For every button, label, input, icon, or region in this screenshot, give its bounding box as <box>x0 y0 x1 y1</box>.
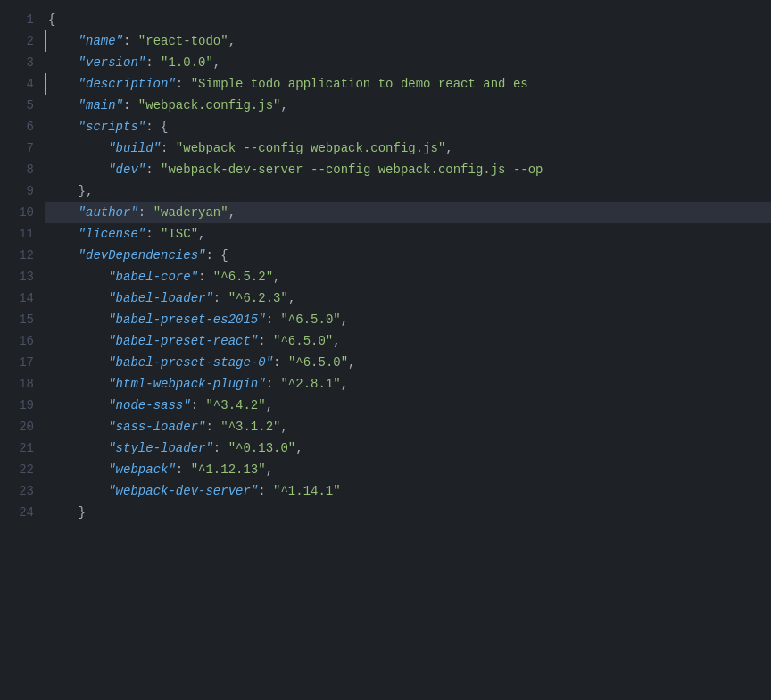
token-punct: , <box>341 312 348 327</box>
token-string: "^6.5.2" <box>213 270 273 284</box>
line-number: 3 <box>11 52 34 73</box>
token-punct: : <box>191 398 206 412</box>
code-line: "style-loader": "^0.13.0", <box>45 438 771 459</box>
code-line: "version": "1.0.0", <box>45 52 771 73</box>
token-brace: { <box>48 12 55 27</box>
token-punct: : <box>198 270 213 284</box>
code-line: { <box>45 9 771 30</box>
code-line: "babel-preset-stage-0": "^6.5.0", <box>45 352 771 373</box>
token-string: "^3.1.2" <box>220 420 280 434</box>
token-punct: : <box>258 334 273 348</box>
code-lines[interactable]: { "name": "react-todo", "version": "1.0.… <box>45 9 771 682</box>
token-key: "name" <box>79 34 123 48</box>
title-bar <box>0 0 771 9</box>
token-punct: , <box>273 270 280 284</box>
token-punct: : <box>145 227 161 241</box>
token-punct: : <box>123 98 138 112</box>
token-punct: : <box>213 291 228 305</box>
token-punct: : <box>145 55 161 70</box>
token-punct: : <box>176 77 191 91</box>
token-key: "style-loader" <box>108 441 213 455</box>
line-number: 19 <box>11 395 34 416</box>
token-string: "webpack --config webpack.config.js" <box>176 141 445 155</box>
token-key: "devDependencies" <box>79 248 206 262</box>
token-punct: , <box>266 462 273 477</box>
token-punct: , <box>348 355 355 370</box>
token-string: "1.0.0" <box>161 55 213 70</box>
token-string: "webpack-dev-server --config webpack.con… <box>161 162 543 177</box>
token-string: "^6.5.0" <box>273 334 333 348</box>
token-key: "babel-preset-react" <box>108 334 258 348</box>
token-punct: , <box>341 377 348 391</box>
token-string: "^1.14.1" <box>273 484 341 498</box>
code-area: 123456789101112131415161718192021222324 … <box>0 9 771 682</box>
code-line: "babel-preset-react": "^6.5.0", <box>45 330 771 352</box>
editor-container: 123456789101112131415161718192021222324 … <box>0 9 771 682</box>
token-key: "dev" <box>108 162 145 177</box>
line-number: 24 <box>11 502 34 523</box>
token-string: "^6.5.0" <box>288 355 348 370</box>
code-line: "node-sass": "^3.4.2", <box>45 395 771 416</box>
modified-indicator <box>45 73 46 95</box>
token-string: "Simple todo application to demo react a… <box>191 77 528 91</box>
code-line: "babel-core": "^6.5.2", <box>45 266 771 288</box>
token-key: "main" <box>79 98 123 112</box>
token-punct: , <box>198 227 205 241</box>
line-number: 18 <box>11 373 34 395</box>
code-line: "sass-loader": "^3.1.2", <box>45 416 771 438</box>
token-punct: , <box>266 398 273 412</box>
token-punct: : <box>205 420 220 434</box>
token-key: "webpack-dev-server" <box>108 484 258 498</box>
token-punct: : <box>273 355 288 370</box>
token-string: "^2.8.1" <box>280 377 340 391</box>
token-key: "webpack" <box>108 462 176 477</box>
token-key: "html-webpack-plugin" <box>108 377 265 391</box>
token-punct: , <box>295 441 303 455</box>
token-punct: , <box>228 34 236 48</box>
line-number: 6 <box>11 116 34 138</box>
line-number: 14 <box>11 288 34 309</box>
token-key: "node-sass" <box>108 398 190 412</box>
code-line: "author": "waderyan", <box>45 202 771 223</box>
line-number: 11 <box>11 223 34 245</box>
token-string: "webpack.config.js" <box>138 98 281 112</box>
code-line: "webpack-dev-server": "^1.14.1" <box>45 480 771 502</box>
line-number: 4 <box>11 73 34 95</box>
code-line: "main": "webpack.config.js", <box>45 95 771 116</box>
token-punct: : { <box>145 120 168 134</box>
line-number: 7 <box>11 138 34 159</box>
token-punct: , <box>280 98 287 112</box>
token-key: "babel-loader" <box>108 291 213 305</box>
line-number: 22 <box>11 459 34 480</box>
line-number: 8 <box>11 159 34 180</box>
line-number: 2 <box>11 30 34 52</box>
token-punct: , <box>280 420 287 434</box>
code-line: }, <box>45 180 771 202</box>
token-string: "^6.2.3" <box>228 291 288 305</box>
code-line: "devDependencies": { <box>45 245 771 266</box>
code-line: "name": "react-todo", <box>45 30 771 52</box>
line-number: 21 <box>11 438 34 459</box>
code-line: "dev": "webpack-dev-server --config webp… <box>45 159 771 180</box>
code-line: "webpack": "^1.12.13", <box>45 459 771 480</box>
token-string: "^1.12.13" <box>191 462 266 477</box>
line-number: 5 <box>11 95 34 116</box>
token-string: "react-todo" <box>138 34 228 48</box>
line-number: 10 <box>11 202 34 223</box>
line-number: 17 <box>11 352 34 373</box>
token-punct: : <box>145 162 161 177</box>
token-punct: : <box>161 141 176 155</box>
token-punct: : <box>266 312 281 327</box>
line-number: 12 <box>11 245 34 266</box>
token-key: "license" <box>79 227 146 241</box>
token-string: "waderyan" <box>153 205 228 220</box>
code-line: "description": "Simple todo application … <box>45 73 771 95</box>
line-number: 16 <box>11 330 34 352</box>
token-punct: : <box>213 441 228 455</box>
token-punct: }, <box>79 184 94 198</box>
modified-indicator <box>45 30 46 52</box>
token-punct: , <box>228 205 236 220</box>
line-number: 20 <box>11 416 34 438</box>
token-key: "sass-loader" <box>108 420 205 434</box>
token-key: "babel-core" <box>108 270 198 284</box>
